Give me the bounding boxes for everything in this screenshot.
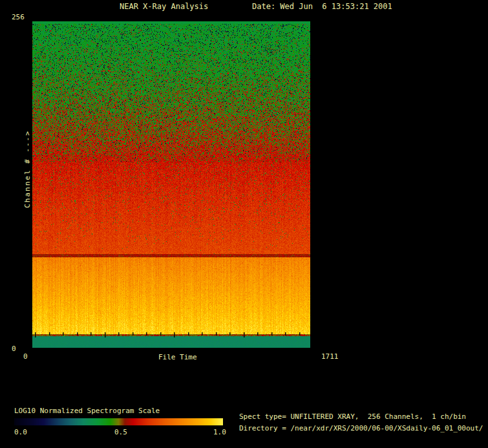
y-axis-label: Channel # --->	[23, 122, 32, 216]
colorbar-tick-max: 1.0	[213, 428, 226, 436]
colorbar-tick-mid: 0.5	[114, 428, 127, 436]
spectrogram-image	[32, 21, 310, 348]
spect-type-line: Spect type= UNFILTERED XRAY, 256 Channel…	[239, 412, 466, 421]
date-label: Date: Wed Jun 6 13:53:21 2001	[252, 3, 392, 11]
x-axis-title: File Time	[158, 353, 197, 361]
directory-line: Directory = /near/xdr/XRS/2000/06-00/XSd…	[239, 424, 483, 432]
app-title: NEAR X-Ray Analysis	[120, 3, 208, 11]
xray-analysis-window: NEAR X-Ray Analysis Date: Wed Jun 6 13:5…	[0, 0, 488, 448]
x-axis-max-label: 1711	[321, 352, 339, 361]
x-axis-min-label: 0	[23, 352, 28, 361]
y-axis-min-label: 0	[12, 345, 16, 353]
y-axis-max-label: 256	[12, 13, 25, 21]
colorbar-gradient	[14, 418, 223, 425]
colorbar-title: LOG10 Normalized Spectrogram Scale	[14, 407, 160, 415]
colorbar-tick-min: 0.0	[14, 428, 27, 436]
